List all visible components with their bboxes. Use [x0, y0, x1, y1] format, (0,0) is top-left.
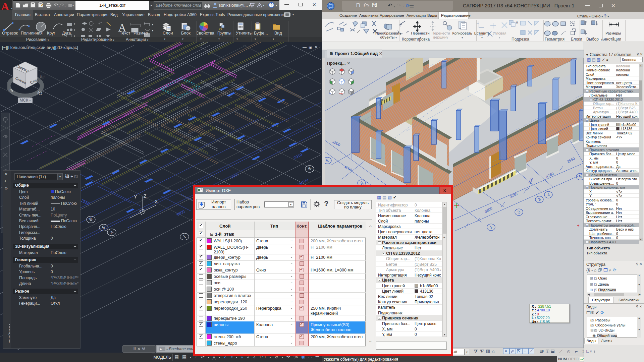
- svg-text:X: X: [155, 199, 158, 204]
- svg-text:Z: Z: [144, 193, 147, 199]
- svg-text:3600: 3600: [484, 206, 493, 214]
- svg-text:1: 1: [489, 225, 493, 230]
- svg-text:2910: 2910: [293, 152, 303, 161]
- svg-text:2550: 2550: [566, 156, 575, 164]
- svg-text:3260: 3260: [509, 191, 518, 199]
- svg-text:3660: 3660: [229, 172, 239, 181]
- svg-text:390: 390: [528, 177, 534, 184]
- svg-text:5: 5: [578, 174, 583, 179]
- svg-text:4: 4: [546, 192, 551, 197]
- svg-text:▾: ▾: [64, 5, 66, 8]
- svg-text:Б: Б: [101, 225, 106, 230]
- svg-text:▾: ▾: [152, 23, 153, 26]
- svg-text:▾: ▾: [58, 5, 60, 8]
- svg-text:⛭: ⛭: [219, 27, 222, 31]
- svg-text:+: +: [577, 223, 579, 228]
- svg-text:1: 1: [182, 234, 187, 239]
- svg-text:Е: Е: [325, 158, 330, 163]
- svg-text:В: В: [88, 217, 93, 222]
- svg-text:А: А: [109, 229, 114, 235]
- svg-text:6: 6: [307, 166, 312, 172]
- svg-text:Y: Y: [134, 194, 137, 199]
- svg-text:▾: ▾: [74, 22, 75, 25]
- svg-text:1800: 1800: [332, 139, 341, 147]
- svg-text:▾: ▾: [74, 28, 75, 32]
- svg-text:3: 3: [537, 197, 542, 202]
- svg-text:▾: ▾: [152, 29, 153, 32]
- svg-text:4700: 4700: [343, 165, 353, 172]
- svg-text:▾: ▾: [72, 4, 74, 7]
- svg-text:2: 2: [517, 209, 521, 215]
- svg-text:3600: 3600: [175, 209, 185, 218]
